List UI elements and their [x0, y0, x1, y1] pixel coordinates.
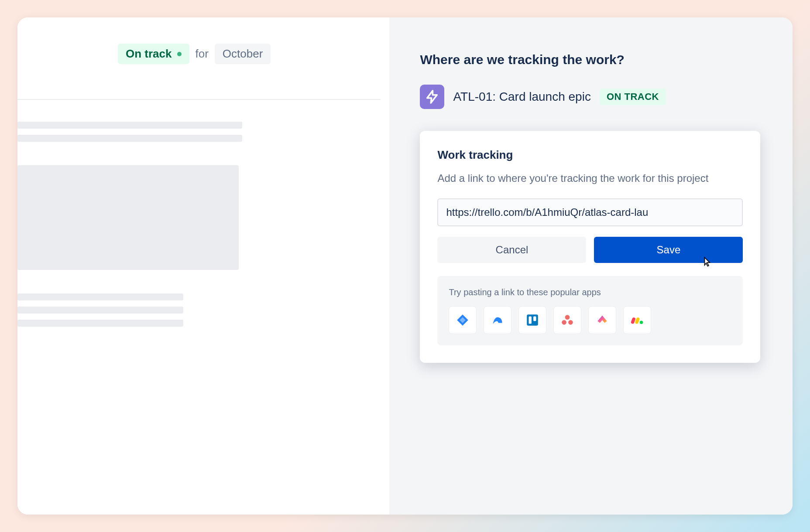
epic-title: ATL-01: Card launch epic: [453, 90, 590, 104]
month-pill[interactable]: October: [215, 44, 271, 64]
asana-icon[interactable]: [553, 306, 581, 334]
left-panel: On track for October: [17, 17, 389, 515]
status-header: On track for October: [17, 44, 381, 64]
divider: [17, 99, 381, 100]
monday-icon[interactable]: [623, 306, 651, 334]
svg-point-4: [562, 320, 567, 325]
status-label: On track: [126, 47, 172, 61]
jira-icon[interactable]: [449, 306, 477, 334]
svg-rect-0: [527, 314, 539, 326]
url-input[interactable]: [437, 198, 743, 226]
epic-icon: [420, 85, 444, 109]
apps-row: [449, 306, 731, 334]
svg-point-8: [640, 321, 643, 324]
right-panel: Where are we tracking the work? ATL-01: …: [389, 17, 793, 515]
svg-rect-2: [534, 317, 536, 321]
status-dot-icon: [177, 52, 182, 56]
svg-rect-6: [631, 317, 636, 324]
jira-work-icon[interactable]: [484, 306, 511, 334]
svg-point-3: [565, 315, 570, 320]
save-button-label: Save: [657, 244, 681, 256]
skeleton-placeholder: [17, 113, 381, 157]
status-pill[interactable]: On track: [118, 44, 189, 64]
apps-label: Try pasting a link to these popular apps: [449, 287, 731, 297]
epic-row[interactable]: ATL-01: Card launch epic ON TRACK: [420, 85, 762, 109]
popover-description: Add a link to where you're tracking the …: [437, 171, 743, 186]
work-tracking-popover: Work tracking Add a link to where you're…: [420, 131, 760, 363]
app-frame: On track for October Where are we tracki…: [17, 17, 793, 515]
save-button[interactable]: Save: [594, 237, 743, 263]
skeleton-placeholder: [17, 157, 381, 285]
svg-rect-7: [635, 317, 640, 324]
section-title: Where are we tracking the work?: [420, 52, 762, 67]
popover-title: Work tracking: [437, 148, 743, 162]
for-label: for: [196, 47, 209, 61]
svg-rect-1: [529, 317, 532, 324]
button-row: Cancel Save: [437, 237, 743, 263]
cancel-button[interactable]: Cancel: [437, 237, 586, 263]
cursor-icon: [700, 256, 712, 268]
skeleton-placeholder: [17, 285, 381, 341]
popular-apps-section: Try pasting a link to these popular apps: [437, 276, 743, 345]
svg-point-5: [569, 320, 573, 325]
epic-status-badge: ON TRACK: [600, 89, 666, 105]
trello-icon[interactable]: [518, 306, 546, 334]
clickup-icon[interactable]: [588, 306, 616, 334]
